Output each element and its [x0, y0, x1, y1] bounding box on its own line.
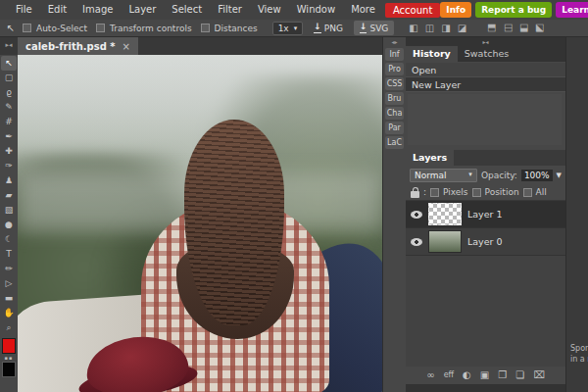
eyedropper-tool[interactable]: ✒ [1, 129, 17, 144]
zoom-ratio-select[interactable]: 1x▾ [272, 22, 304, 35]
background-color-swatch[interactable] [2, 362, 16, 377]
eraser-tool[interactable]: ▰ [1, 188, 17, 203]
lock-options-row: : Pixels Position All [406, 184, 565, 200]
opacity-value[interactable]: 100% [521, 170, 553, 181]
lock-all-checkbox[interactable] [523, 188, 532, 197]
new-layer-icon[interactable]: ❏ [515, 367, 524, 384]
layer-row-layer1[interactable]: Layer 1 [406, 201, 565, 228]
clone-stamp-tool[interactable]: ♟ [1, 173, 17, 188]
align-bottom-icon[interactable]: ◨ [519, 24, 530, 32]
toolbar-collapse-icon[interactable]: ▸◂ [0, 37, 18, 55]
align-middle-icon[interactable]: ◫ [504, 24, 514, 32]
lock-separator: : [423, 187, 426, 197]
visibility-eye-icon[interactable] [411, 238, 422, 246]
distances-checkbox[interactable] [201, 24, 210, 32]
sponsored-text: Spons in a ne [570, 343, 588, 365]
align-right-icon[interactable]: ◨ [441, 23, 450, 33]
adjustment-layer-icon[interactable]: ◐ [463, 367, 471, 384]
dodge-tool[interactable]: ☾ [1, 232, 17, 247]
swap-colors-icon[interactable]: ▪▪ [2, 355, 16, 361]
layer-row-layer0[interactable]: Layer 0 [406, 228, 565, 256]
blend-mode-row: Normal ▾ Opacity: 100% ▼ [406, 166, 565, 184]
side-tab-paragraph[interactable]: Par [385, 122, 404, 134]
layer-name: Layer 0 [467, 236, 503, 247]
panels-expand-icon[interactable]: ◂▸ [383, 37, 406, 46]
zoom-tool[interactable]: ⌕ [1, 320, 17, 335]
panel-collapse-icon[interactable]: ▸◂ [406, 37, 565, 46]
layers-bottom-toolbar: ∞ eff ◐ ▣ ❐ ❏ ⌧ [406, 367, 565, 384]
menu-bar: File Edit Image Layer Select Filter View… [0, 0, 588, 20]
align-left-icon[interactable]: ◧ [409, 23, 417, 33]
link-layers-icon[interactable]: ∞ [426, 367, 434, 384]
color-swatches: ▪▪ [1, 338, 17, 377]
export-png-button[interactable]: ↓ PNG [308, 21, 349, 35]
side-tab-info[interactable]: Inf [385, 48, 404, 61]
distribute-horizontal-icon[interactable]: ◪ [458, 23, 466, 33]
blur-tool[interactable]: ● [1, 218, 17, 232]
visibility-eye-icon[interactable] [411, 211, 422, 219]
report-bug-button[interactable]: Report a bug [475, 2, 552, 18]
foreground-color-swatch[interactable] [2, 338, 16, 354]
menu-edit[interactable]: Edit [40, 0, 74, 20]
auto-select-checkbox[interactable] [23, 24, 31, 32]
path-select-tool[interactable]: ▷ [1, 276, 17, 291]
rect-select-tool[interactable]: ▢ [1, 71, 17, 85]
menu-file[interactable]: File [8, 0, 40, 20]
account-button[interactable]: Account [385, 3, 440, 18]
history-item-new-layer[interactable]: New Layer [406, 77, 565, 92]
info-button[interactable]: Info [440, 2, 471, 18]
tab-swatches[interactable]: Swatches [458, 46, 515, 62]
align-top-icon[interactable]: ◧ [487, 24, 498, 32]
history-item-open[interactable]: Open [406, 63, 565, 77]
document-tab[interactable]: caleb-frith.psd * × [18, 37, 138, 55]
lasso-tool[interactable]: ϱ [1, 85, 17, 100]
lock-position-checkbox[interactable] [472, 188, 481, 197]
tab-history[interactable]: History [406, 46, 458, 62]
history-empty-area [408, 94, 562, 145]
side-tab-channels[interactable]: Cha [385, 107, 404, 120]
side-tab-brush[interactable]: Bru [385, 92, 404, 105]
shape-tool[interactable]: ▬ [1, 291, 17, 306]
side-tab-properties[interactable]: Pro [385, 63, 404, 75]
close-icon[interactable]: × [122, 41, 130, 52]
distribute-vertical-icon[interactable]: ◪ [536, 24, 547, 32]
move-tool[interactable]: ↖ [1, 56, 17, 71]
layers-panel-tabs: Layers [406, 150, 565, 166]
quick-select-tool[interactable]: ✎ [1, 100, 17, 115]
hand-tool[interactable]: ✋ [1, 306, 17, 320]
menu-layer[interactable]: Layer [121, 0, 164, 20]
menu-view[interactable]: View [250, 0, 289, 20]
distances-label: Distances [215, 24, 258, 33]
opacity-label: Opacity: [481, 171, 517, 180]
delete-layer-icon[interactable]: ⌧ [533, 367, 545, 384]
healing-tool[interactable]: ✚ [1, 144, 17, 159]
menu-more[interactable]: More [343, 0, 383, 20]
layer0-thumbnail[interactable] [428, 230, 462, 253]
tab-layers[interactable]: Layers [406, 150, 454, 166]
type-tool[interactable]: T [1, 247, 17, 262]
export-svg-button[interactable]: ↓ SVG [354, 21, 394, 35]
layer1-thumbnail[interactable] [428, 203, 462, 225]
pen-tool[interactable]: ✏ [1, 262, 17, 276]
menu-select[interactable]: Select [164, 0, 210, 20]
brush-tool[interactable]: ✑ [1, 159, 17, 173]
side-tab-layercomps[interactable]: LaC [385, 136, 404, 149]
crop-tool[interactable]: # [1, 115, 17, 129]
menu-image[interactable]: Image [74, 0, 121, 20]
learn-button[interactable]: Learn [556, 2, 588, 18]
new-folder-icon[interactable]: ❐ [498, 367, 507, 384]
align-center-horizontal-icon[interactable]: ◫ [425, 23, 434, 33]
lock-pixels-checkbox[interactable] [430, 188, 439, 197]
side-tab-css[interactable]: CSS [385, 77, 404, 90]
document-canvas[interactable] [18, 55, 382, 392]
layer-mask-icon[interactable]: ▣ [480, 367, 489, 384]
gradient-tool[interactable]: ▧ [1, 203, 17, 218]
layer-effects-icon[interactable]: eff [444, 367, 454, 384]
opacity-dropdown-icon[interactable]: ▼ [557, 172, 562, 179]
transform-controls-checkbox[interactable] [96, 24, 105, 32]
auto-select-label: Auto-Select [36, 24, 87, 33]
blend-mode-select[interactable]: Normal ▾ [410, 169, 477, 182]
menu-window[interactable]: Window [289, 0, 343, 20]
menu-filter[interactable]: Filter [210, 0, 250, 20]
layer-name: Layer 1 [467, 209, 503, 220]
